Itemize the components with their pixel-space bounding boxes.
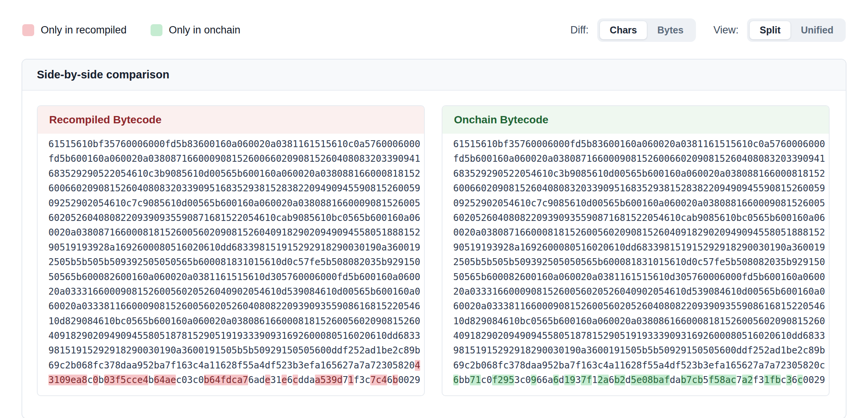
- bytecode-line: 69c2b068fc378daa952ba7f163c4a11628f55a4d…: [453, 358, 825, 373]
- onchain-panel-title: Onchain Bytecode: [442, 106, 829, 134]
- bytecode-line: 50565b600082600160a060020a0381161515610d…: [48, 270, 420, 284]
- bytecode-line: 10d829084610bc0565b600160a060020a0380861…: [48, 314, 420, 328]
- onchain-color-swatch-icon: [151, 24, 162, 36]
- recompiled-color-swatch-icon: [22, 24, 34, 36]
- bytecode-line: 6020526040808220939093559087168152205461…: [48, 211, 420, 225]
- bytecode-line: 6bb71c0f2953c0966a6d1937f12a6b2d5e08bafd…: [453, 373, 825, 387]
- recompiled-bytecode-panel: Recompiled Bytecode 61515610bf3576000600…: [37, 105, 425, 396]
- diff-mode-label: Diff:: [570, 24, 589, 36]
- comparison-card-title: Side-by-side comparison: [37, 68, 831, 81]
- bytecode-line: 90519193928a1692600080516020610dd6833981…: [48, 240, 420, 255]
- bytecode-line: 4091829020949094558051878152905191933390…: [453, 328, 825, 343]
- legend-onchain-label: Only in onchain: [169, 24, 240, 36]
- bytecode-line: 20a0333166000908152600560205260409020546…: [48, 284, 420, 299]
- bytecode-line: 2505b5b505b509392505050565b6000818310156…: [48, 255, 420, 269]
- bytecode-line: 60020a0333811660009081526005602052604080…: [48, 299, 420, 314]
- bytecode-line: 09252902054610c7c9085610d00565b600160a06…: [453, 196, 825, 211]
- bytecode-line: 2505b5b505b509392505050565b6000818310156…: [453, 255, 825, 269]
- legend-recompiled-label: Only in recompiled: [41, 24, 127, 36]
- bytecode-line: fd5b600160a060020a0380871660009081526006…: [48, 151, 420, 166]
- view-split-button[interactable]: Split: [749, 21, 791, 40]
- diff-chars-button[interactable]: Chars: [600, 21, 648, 40]
- bytecode-line: 683529290522054610c3b9085610d00565b60016…: [453, 166, 825, 181]
- comparison-card-header: Side-by-side comparison: [22, 60, 846, 91]
- bytecode-line: 10d829084610bc0565b600160a060020a0380861…: [453, 314, 825, 328]
- bytecode-line: 98151915292918290030190a3600191505b5b509…: [48, 343, 420, 358]
- recompiled-bytecode-text: 61515610bf35760006000fd5b83600160a060020…: [38, 134, 424, 395]
- bytecode-line: 0020a03808716600081815260056020908152604…: [48, 225, 420, 240]
- bytecode-line: fd5b600160a060020a0380871660009081526006…: [453, 151, 825, 166]
- legend-item-onchain: Only in onchain: [151, 24, 240, 36]
- bytecode-line: 3109ea8c0b03f5cce4b64aec03c0b64fdca76ade…: [48, 373, 420, 387]
- diff-legend: Only in recompiled Only in onchain: [22, 24, 240, 36]
- view-mode-toggle: Split Unified: [747, 18, 846, 42]
- bytecode-line: 6006602090815260408083203390951683529381…: [453, 181, 825, 196]
- legend-item-recompiled: Only in recompiled: [22, 24, 127, 36]
- onchain-bytecode-text: 61515610bf35760006000fd5b83600160a060020…: [442, 134, 829, 395]
- bytecode-line: 4091829020949094558051878152905191933390…: [48, 328, 420, 343]
- top-bar: Only in recompiled Only in onchain Diff:…: [0, 0, 868, 42]
- bytecode-line: 90519193928a1692600080516020610dd6833981…: [453, 240, 825, 255]
- bytecode-line: 20a0333166000908152600560205260409020546…: [453, 284, 825, 299]
- bytecode-line: 683529290522054610c3b9085610d00565b60016…: [48, 166, 420, 181]
- bytecode-line: 69c2b068fc378daa952ba7f163c4a11628f55a4d…: [48, 358, 420, 373]
- comparison-card-body: Recompiled Bytecode 61515610bf3576000600…: [22, 91, 846, 418]
- diff-mode-toggle: Chars Bytes: [597, 18, 696, 42]
- bytecode-line: 0020a03808716600081815260056020908152604…: [453, 225, 825, 240]
- view-unified-button[interactable]: Unified: [791, 21, 843, 40]
- bytecode-line: 98151915292918290030190a3600191505b5b509…: [453, 343, 825, 358]
- bytecode-line: 50565b600082600160a060020a0381161515610d…: [453, 270, 825, 284]
- bytecode-line: 09252902054610c7c9085610d00565b600160a06…: [48, 196, 420, 211]
- view-controls: Diff: Chars Bytes View: Split Unified: [570, 18, 846, 42]
- recompiled-panel-title: Recompiled Bytecode: [38, 106, 424, 134]
- bytecode-line: 61515610bf35760006000fd5b83600160a060020…: [48, 137, 420, 151]
- view-mode-label: View:: [714, 24, 739, 36]
- comparison-card: Side-by-side comparison Recompiled Bytec…: [22, 59, 846, 418]
- bytecode-line: 6006602090815260408083203390951683529381…: [48, 181, 420, 196]
- onchain-bytecode-panel: Onchain Bytecode 61515610bf35760006000fd…: [442, 105, 830, 396]
- bytecode-line: 60020a0333811660009081526005602052604080…: [453, 299, 825, 314]
- bytecode-line: 61515610bf35760006000fd5b83600160a060020…: [453, 137, 825, 151]
- diff-bytes-button[interactable]: Bytes: [647, 21, 693, 40]
- bytecode-line: 6020526040808220939093559087168152205461…: [453, 211, 825, 225]
